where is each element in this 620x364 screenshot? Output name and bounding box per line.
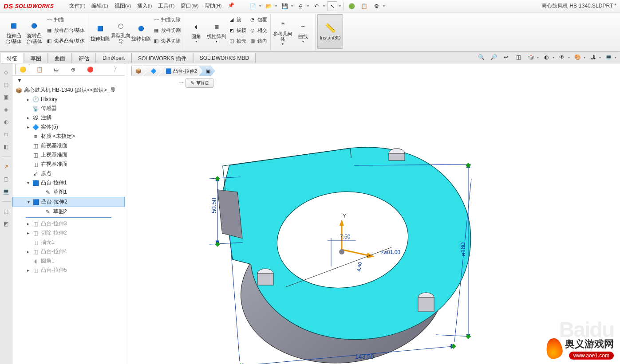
leftbar-icon-3[interactable]: ▣ bbox=[2, 93, 11, 102]
menu-help[interactable]: 帮助(H) bbox=[202, 1, 224, 11]
display-style-icon[interactable]: ◐ bbox=[541, 52, 551, 62]
shell-button[interactable]: ◫抽壳 bbox=[227, 35, 248, 46]
save-button[interactable]: 💾 bbox=[280, 1, 289, 11]
fm-tab-dimxpert[interactable]: ⊕ bbox=[66, 64, 81, 74]
scene-icon[interactable]: 🏞 bbox=[588, 52, 598, 62]
tree-boss-extrude3[interactable]: ▸◫凸台-拉伸3 bbox=[12, 219, 125, 228]
draft-button[interactable]: ◩拔模 bbox=[227, 25, 248, 35]
leftbar-icon-1[interactable]: ◇ bbox=[2, 68, 11, 77]
fm-tab-display[interactable]: 🔴 bbox=[83, 64, 98, 74]
zoom-fit-icon[interactable]: 🔍 bbox=[476, 52, 486, 62]
tree-solids[interactable]: ▸🔷实体(5) bbox=[12, 122, 125, 132]
tree-root[interactable]: 📦离心鼓风机 HB-1340 (默认<<默认>_显 bbox=[12, 86, 125, 95]
pin-icon[interactable]: 📌 bbox=[225, 1, 237, 11]
boss-extrude-button[interactable]: 🟦拉伸凸台/基体 bbox=[4, 14, 24, 49]
undo-button[interactable]: ↶ bbox=[312, 1, 321, 11]
tree-front-plane[interactable]: ◫前视基准面 bbox=[12, 141, 125, 150]
open-button[interactable]: 📂 bbox=[264, 1, 273, 11]
tree-origin[interactable]: ↙原点 bbox=[12, 169, 125, 178]
bc-sketch[interactable]: ✎草图2 bbox=[186, 78, 213, 88]
tree-sketch1[interactable]: ✎草图1 bbox=[12, 188, 125, 197]
zoom-area-icon[interactable]: 🔎 bbox=[489, 52, 498, 62]
boundary-button[interactable]: ◧边界凸台/基体 bbox=[44, 35, 86, 46]
dim-height-label[interactable]: 50.50 bbox=[210, 198, 217, 213]
prev-view-icon[interactable]: ↩ bbox=[501, 52, 511, 62]
rib-button[interactable]: ◢筋 bbox=[227, 14, 248, 25]
cut-revolve-button[interactable]: 🔵旋转切除 bbox=[131, 14, 151, 49]
tab-surface[interactable]: 曲面 bbox=[48, 53, 72, 63]
intersect-button[interactable]: ◎相交 bbox=[248, 25, 269, 35]
model-viewport[interactable]: Y 50.50 143.50 ⌀180 7.50 ×⌀81.00 bbox=[152, 90, 604, 364]
tree-boss-extrude1[interactable]: ▾🟦凸台-拉伸1 bbox=[12, 178, 125, 188]
fillet-button[interactable]: ◖圆角▾ bbox=[186, 14, 206, 49]
menu-view[interactable]: 视图(V) bbox=[112, 1, 134, 11]
tree-sensors[interactable]: 📡传感器 bbox=[12, 104, 125, 113]
cut-extrude-button[interactable]: 🟦拉伸切除 bbox=[90, 14, 111, 49]
cut-loft-button[interactable]: ▦放样切割 bbox=[151, 25, 182, 35]
view-settings-icon[interactable]: 💻 bbox=[604, 52, 613, 62]
menu-file[interactable]: 文件(F) bbox=[67, 1, 88, 11]
menu-edit[interactable]: 编辑(E) bbox=[89, 1, 111, 11]
select-button[interactable]: ↖ bbox=[328, 1, 337, 11]
boss-revolve-button[interactable]: 🔵旋转凸台/基体 bbox=[24, 14, 44, 49]
tree-boss-extrude2-selected[interactable]: ▾🟦凸台-拉伸2 bbox=[12, 197, 125, 207]
tab-dimxpert[interactable]: DimXpert bbox=[96, 53, 131, 63]
fm-tab-property[interactable]: 📋 bbox=[32, 64, 47, 74]
bc-feature[interactable]: 🟦凸台-拉伸2 bbox=[158, 66, 202, 76]
fm-arrow-icon[interactable]: 〉 bbox=[113, 65, 120, 74]
options-button[interactable]: 📋 bbox=[359, 1, 369, 11]
loft-button[interactable]: ▦放样凸台/基体 bbox=[44, 25, 86, 35]
leftbar-icon-8[interactable]: ▢ bbox=[2, 175, 11, 184]
cut-sweep-button[interactable]: 〰扫描切除 bbox=[151, 14, 182, 25]
fm-filter-icon[interactable]: ▼ bbox=[12, 76, 125, 85]
leftbar-arrow-icon[interactable]: ↗ bbox=[2, 162, 11, 171]
print-button[interactable]: 🖨 bbox=[296, 1, 305, 11]
tab-sketch[interactable]: 草图 bbox=[24, 53, 48, 63]
instant3d-button[interactable]: 📏 Instant3D bbox=[317, 14, 343, 49]
tree-shell1[interactable]: ◫抽壳1 bbox=[12, 238, 125, 247]
ref-geometry-button[interactable]: ✳参考几何体▾ bbox=[272, 14, 293, 49]
tree-history[interactable]: ▸🕑History bbox=[12, 95, 125, 104]
new-button[interactable]: 📄 bbox=[248, 1, 257, 11]
graphics-area[interactable]: 📦 🔷 🟦凸台-拉伸2 ▣ ⮡ ✎草图2 bbox=[125, 63, 620, 364]
leftbar-icon-9[interactable]: ◫ bbox=[2, 207, 11, 216]
tab-sw-addins[interactable]: SOLIDWORKS 插件 bbox=[131, 53, 193, 63]
settings-button[interactable]: ⚙ bbox=[371, 1, 381, 11]
tab-evaluate[interactable]: 评估 bbox=[72, 53, 96, 63]
tab-features[interactable]: 特征 bbox=[0, 53, 24, 63]
fm-tab-tree[interactable]: 🟡 bbox=[15, 64, 30, 74]
menu-tools[interactable]: 工具(T) bbox=[155, 1, 177, 11]
appearance-icon[interactable]: 🎨 bbox=[573, 52, 582, 62]
mirror-button[interactable]: ▥镜向 bbox=[248, 35, 269, 46]
tree-annotations[interactable]: ▸Ⓐ注解 bbox=[12, 113, 125, 122]
tree-boss-extrude4[interactable]: ▸◫凸台-拉伸4 bbox=[12, 247, 125, 256]
cut-boundary-button[interactable]: ◧边界切除 bbox=[151, 35, 182, 46]
menu-window[interactable]: 窗口(W) bbox=[178, 1, 201, 11]
dim-width-label[interactable]: 143.50 bbox=[355, 353, 374, 360]
tree-top-plane[interactable]: ◫上视基准面 bbox=[12, 150, 125, 160]
section-view-icon[interactable]: ◫ bbox=[513, 52, 523, 62]
curves-button[interactable]: 〜曲线▾ bbox=[293, 14, 313, 49]
leftbar-icon-2[interactable]: ◫ bbox=[2, 80, 11, 89]
view-orientation-icon[interactable]: 🎲 bbox=[526, 52, 536, 62]
rebuild-button[interactable]: 🟢 bbox=[347, 1, 356, 11]
tree-material[interactable]: ≡材质 <未指定> bbox=[12, 132, 125, 141]
tab-sw-mbd[interactable]: SOLIDWORKS MBD bbox=[193, 53, 256, 63]
leftbar-icon-7[interactable]: ◧ bbox=[2, 142, 11, 151]
leftbar-display-icon[interactable]: 💻 bbox=[2, 187, 11, 196]
hole-wizard-button[interactable]: ◯异型孔向导 bbox=[111, 14, 131, 49]
bc-part[interactable]: 📦 bbox=[131, 66, 146, 76]
wrap-button[interactable]: ◔包覆 bbox=[248, 14, 269, 25]
tree-fillet1[interactable]: ◖圆角1 bbox=[12, 256, 125, 266]
menu-insert[interactable]: 插入(I) bbox=[134, 1, 154, 11]
tree-boss-extrude5[interactable]: ▸◫凸台-拉伸5 bbox=[12, 266, 125, 275]
tree-right-plane[interactable]: ◫右视基准面 bbox=[12, 160, 125, 169]
leftbar-icon-4[interactable]: ◈ bbox=[2, 105, 11, 114]
leftbar-icon-5[interactable]: ◐ bbox=[2, 117, 11, 126]
linear-pattern-button[interactable]: ▦线性阵列▾ bbox=[206, 14, 227, 49]
leftbar-icon-6[interactable]: □ bbox=[2, 130, 11, 139]
sweep-button[interactable]: 〰扫描 bbox=[44, 14, 86, 25]
tree-cut-extrude2[interactable]: ▸◫切除-拉伸2 bbox=[12, 228, 125, 238]
tree-sketch2[interactable]: ✎草图2 bbox=[12, 207, 125, 216]
fm-tab-config[interactable]: 🗂 bbox=[49, 64, 64, 74]
